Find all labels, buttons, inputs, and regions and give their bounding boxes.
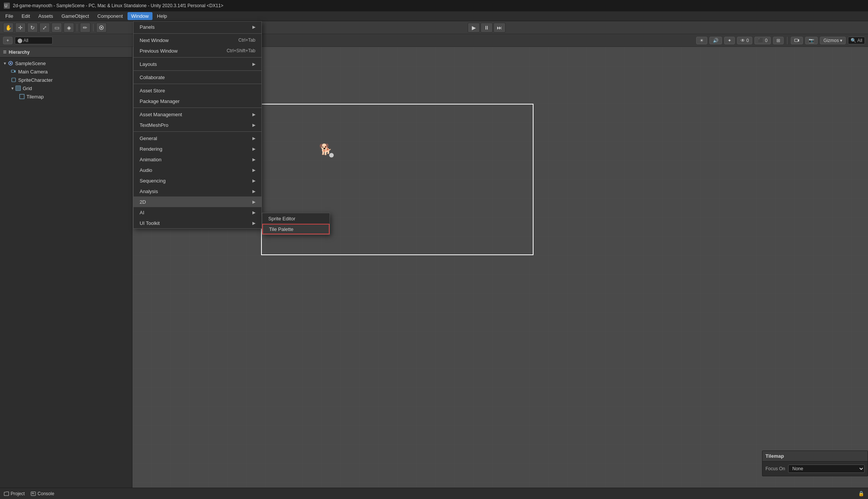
uitoolkit-arrow: ▶ <box>252 221 255 226</box>
scene-lighting-btn[interactable]: ☀ <box>696 37 707 44</box>
svg-point-3 <box>101 27 102 28</box>
pivot-tool[interactable] <box>96 23 107 33</box>
scene-camera-view-btn[interactable]: 📷 <box>805 37 818 44</box>
hierarchy-item-grid[interactable]: ▼ Grid <box>0 84 132 92</box>
tilemap-focus-select[interactable]: None <box>788 465 865 473</box>
scale-tool[interactable]: ⤢ <box>39 23 50 33</box>
menu-file[interactable]: File <box>2 12 17 20</box>
scene-fx-btn[interactable]: ✦ <box>724 37 735 44</box>
window-menu-collaborate[interactable]: Collaborate <box>134 72 261 83</box>
hierarchy-item-samplescene[interactable]: ▼ SampleScene <box>0 59 132 67</box>
folder-icon <box>4 491 9 496</box>
assetmgmt-arrow: ▶ <box>252 112 255 117</box>
menu-window[interactable]: Window <box>128 12 152 20</box>
tilemap-panel: Tilemap Focus On None <box>762 451 868 476</box>
scene-camera-btn[interactable] <box>791 37 803 44</box>
window-menu-sep1 <box>134 33 261 34</box>
scene-search[interactable]: 🔍 All <box>848 37 865 44</box>
window-menu-sep6 <box>134 131 261 132</box>
window-menu-prev[interactable]: Previous Window Ctrl+Shift+Tab <box>134 45 261 56</box>
scene-hidden-btn[interactable]: 👁 0 <box>737 37 752 44</box>
bottom-tab-project[interactable]: Project <box>4 491 25 496</box>
svg-rect-10 <box>12 78 16 82</box>
audio-arrow: ▶ <box>252 168 255 173</box>
scene-audio-btn[interactable]: 🔊 <box>709 37 722 44</box>
play-controls: ▶ ⏸ ⏭ <box>468 23 506 33</box>
window-menu-ai[interactable]: AI ▶ <box>134 207 261 218</box>
rotate-tool[interactable]: ↻ <box>27 23 38 33</box>
window-menu-next[interactable]: Next Window Ctrl+Tab <box>134 35 261 45</box>
window-menu-layouts[interactable]: Layouts ▶ <box>134 59 261 69</box>
hierarchy-item-maincamera[interactable]: Main Camera <box>0 67 132 76</box>
scene-grid-btn[interactable]: ⊞ <box>773 37 784 44</box>
bottom-tab-console[interactable]: Console <box>31 491 54 496</box>
camera-icon-maincamera <box>11 69 17 75</box>
window-menu-sep5 <box>134 108 261 108</box>
svg-text:U: U <box>5 4 7 8</box>
window-menu-audio[interactable]: Audio ▶ <box>134 165 261 175</box>
window-menu-sequencing[interactable]: Sequencing ▶ <box>134 175 261 186</box>
menu-gameobject[interactable]: GameObject <box>58 12 93 20</box>
submenu-tile-palette[interactable]: Tile Palette <box>262 224 330 234</box>
submenu-sprite-editor[interactable]: Sprite Editor <box>262 213 330 224</box>
svg-rect-4 <box>795 39 798 42</box>
pause-button[interactable]: ⏸ <box>481 23 493 33</box>
hierarchy-label-tilemap: Tilemap <box>26 94 44 100</box>
window-menu-sep4 <box>134 84 261 84</box>
hierarchy-label-spritecharacter: SpriteCharacter <box>18 77 53 83</box>
hierarchy-item-tilemap[interactable]: Tilemap <box>0 92 132 101</box>
hierarchy-panel: ☰ Hierarchy ▼ SampleScene Main Camera <box>0 47 132 488</box>
toolbar-sep-1 <box>77 24 77 31</box>
animation-arrow: ▶ <box>252 157 255 162</box>
analysis-arrow: ▶ <box>252 189 255 194</box>
camera-position-indicator <box>329 153 334 157</box>
window-menu-assetmgmt[interactable]: Asset Management ▶ <box>134 109 261 120</box>
window-dropdown-menu: Panels ▶ Next Window Ctrl+Tab Previous W… <box>133 21 262 229</box>
textmeshpro-arrow: ▶ <box>252 123 255 128</box>
menu-edit[interactable]: Edit <box>18 12 34 20</box>
ai-arrow: ▶ <box>252 210 255 215</box>
menu-assets[interactable]: Assets <box>34 12 57 20</box>
window-menu-animation[interactable]: Animation ▶ <box>134 154 261 165</box>
window-menu-packagemgr[interactable]: Package Manager <box>134 96 261 106</box>
window-menu-2d[interactable]: 2D ▶ <box>134 196 261 207</box>
bottom-lock-icon[interactable]: 🔒 <box>858 491 864 496</box>
hierarchy-label-samplescene: SampleScene <box>15 61 46 66</box>
paint-tool[interactable]: ✏ <box>80 23 90 33</box>
console-icon <box>31 491 36 496</box>
svg-point-7 <box>10 62 11 64</box>
gizmos-btn[interactable]: Gizmos ▾ <box>820 37 846 44</box>
console-tab-label: Console <box>37 491 54 496</box>
hierarchy-item-spritecharacter[interactable]: SpriteCharacter <box>0 76 132 84</box>
hierarchy-content: ▼ SampleScene Main Camera SpriteCharacte… <box>0 58 132 488</box>
window-title: 2d-game-maynooth - SampleScene - PC, Mac… <box>13 3 223 8</box>
step-button[interactable]: ⏭ <box>493 23 506 33</box>
tilemap-title: Tilemap <box>765 453 784 459</box>
2d-arrow: ▶ <box>252 200 255 204</box>
hierarchy-search-display: ⬤ All <box>15 37 53 44</box>
menu-component[interactable]: Component <box>93 12 126 20</box>
rect-tool[interactable]: ▭ <box>51 23 62 33</box>
window-menu-uitoolkit[interactable]: UI Toolkit ▶ <box>134 218 261 228</box>
window-menu-general[interactable]: General ▶ <box>134 133 261 143</box>
play-button[interactable]: ▶ <box>468 23 480 33</box>
project-tab-label: Project <box>11 491 25 496</box>
hand-tool[interactable]: ✋ <box>3 23 14 33</box>
window-menu-rendering[interactable]: Rendering ▶ <box>134 143 261 154</box>
tilemap-panel-body: Focus On None <box>762 462 868 476</box>
move-tool[interactable]: ✛ <box>15 23 26 33</box>
panels-arrow: ▶ <box>252 25 255 30</box>
window-menu-textmeshpro[interactable]: TextMeshPro ▶ <box>134 120 261 130</box>
scene-layers-btn[interactable]: ⬛ 0 <box>754 37 771 44</box>
svg-rect-11 <box>16 86 20 90</box>
window-menu-assetstore[interactable]: Asset Store <box>134 85 261 96</box>
scene-icon-samplescene <box>8 60 14 66</box>
window-menu-analysis[interactable]: Analysis ▶ <box>134 186 261 196</box>
add-gameobject-btn[interactable]: + <box>3 37 12 44</box>
layouts-arrow: ▶ <box>252 62 255 67</box>
transform-tool[interactable]: ◈ <box>64 23 74 33</box>
window-menu-panels[interactable]: Panels ▶ <box>134 22 261 32</box>
menu-help[interactable]: Help <box>153 12 171 20</box>
bottom-panel: Project Console 🔒 <box>0 488 868 499</box>
tilemap-focus-label: Focus On <box>765 466 785 471</box>
